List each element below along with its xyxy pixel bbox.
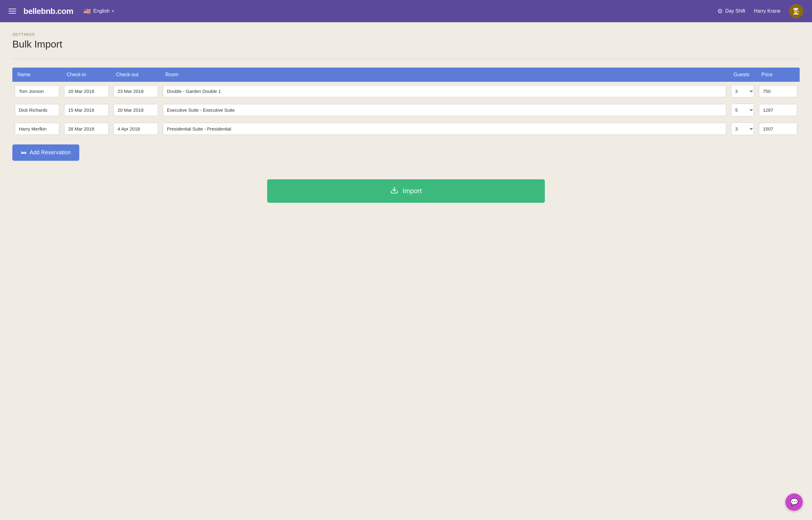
- select-guests-2[interactable]: 12345678910: [731, 123, 754, 135]
- col-header-price: Price: [756, 68, 800, 82]
- cell-guests-2: 12345678910: [729, 120, 756, 138]
- select-guests-1[interactable]: 12345678910: [731, 104, 754, 116]
- col-header-checkin: Check-in: [62, 68, 111, 82]
- download-icon: [390, 186, 398, 196]
- main-header: bellebnb.com 🇺🇸 English ▾ ⚙ Day Shift Ha…: [0, 0, 812, 22]
- table-header: Name Check-in Check-out Room Guests Pric…: [12, 68, 800, 82]
- cell-checkin-2: [62, 120, 111, 138]
- chevron-down-icon: ▾: [112, 9, 114, 13]
- col-header-guests: Guests: [729, 68, 756, 82]
- chat-icon: 💬: [790, 498, 799, 506]
- input-price-0[interactable]: [759, 85, 797, 97]
- menu-button[interactable]: [9, 9, 16, 14]
- input-room-0[interactable]: [163, 85, 726, 97]
- cell-checkin-1: [62, 101, 111, 120]
- language-selector[interactable]: 🇺🇸 English ▾: [83, 7, 114, 15]
- avatar[interactable]: 👨‍🍳: [789, 4, 803, 18]
- cell-checkout-0: [111, 82, 160, 101]
- input-checkin-2[interactable]: [64, 123, 109, 135]
- input-name-0[interactable]: [15, 85, 59, 97]
- cell-name-0: [12, 82, 62, 101]
- main-content: SETTINGS Bulk Import Name Check-in Check…: [0, 22, 812, 221]
- cell-checkout-2: [111, 120, 160, 138]
- col-header-checkout: Check-out: [111, 68, 160, 82]
- cell-guests-1: 12345678910: [729, 101, 756, 120]
- import-section: Import: [12, 179, 800, 203]
- day-shift-label: Day Shift: [725, 8, 746, 14]
- col-header-name: Name: [12, 68, 62, 82]
- input-checkout-1[interactable]: [113, 104, 158, 116]
- table-body: 123456789101234567891012345678910: [12, 82, 800, 138]
- logo: bellebnb.com: [23, 6, 74, 16]
- flag-icon: 🇺🇸: [83, 7, 91, 15]
- cell-room-0: [160, 82, 729, 101]
- reservations-table: Name Check-in Check-out Room Guests Pric…: [12, 68, 800, 138]
- day-shift[interactable]: ⚙ Day Shift: [717, 7, 746, 15]
- bed-icon: 🛏: [21, 149, 27, 156]
- col-header-room: Room: [160, 68, 729, 82]
- cell-price-1: [756, 101, 800, 120]
- divider: [12, 59, 800, 59]
- cell-checkout-1: [111, 101, 160, 120]
- input-checkin-0[interactable]: [64, 85, 109, 97]
- cell-room-1: [160, 101, 729, 120]
- avatar-emoji: 👨‍🍳: [792, 7, 800, 15]
- cell-checkin-0: [62, 82, 111, 101]
- language-label: English: [93, 8, 110, 14]
- cell-guests-0: 12345678910: [729, 82, 756, 101]
- input-checkout-2[interactable]: [113, 123, 158, 135]
- table-row: 12345678910: [12, 101, 800, 120]
- input-checkin-1[interactable]: [64, 104, 109, 116]
- import-label: Import: [403, 187, 422, 195]
- input-name-2[interactable]: [15, 123, 59, 135]
- reservations-table-wrap: Name Check-in Check-out Room Guests Pric…: [12, 68, 800, 138]
- table-row: 12345678910: [12, 120, 800, 138]
- cell-name-1: [12, 101, 62, 120]
- chat-fab-button[interactable]: 💬: [785, 493, 803, 511]
- breadcrumb: SETTINGS: [12, 32, 800, 37]
- cell-price-2: [756, 120, 800, 138]
- cell-room-2: [160, 120, 729, 138]
- input-room-2[interactable]: [163, 123, 726, 135]
- input-price-1[interactable]: [759, 104, 797, 116]
- input-name-1[interactable]: [15, 104, 59, 116]
- input-price-2[interactable]: [759, 123, 797, 135]
- header-right: ⚙ Day Shift Harry Krane 👨‍🍳: [717, 4, 803, 18]
- add-reservation-label: Add Reservation: [30, 149, 71, 156]
- table-row: 12345678910: [12, 82, 800, 101]
- user-name: Harry Krane: [754, 8, 781, 14]
- select-guests-0[interactable]: 12345678910: [731, 85, 754, 98]
- import-button[interactable]: Import: [267, 179, 545, 203]
- cell-name-2: [12, 120, 62, 138]
- cell-price-0: [756, 82, 800, 101]
- gear-icon: ⚙: [717, 7, 723, 15]
- input-checkout-0[interactable]: [113, 85, 158, 97]
- add-reservation-button[interactable]: 🛏 Add Reservation: [12, 145, 79, 161]
- input-room-1[interactable]: [163, 104, 726, 116]
- page-title: Bulk Import: [12, 38, 800, 50]
